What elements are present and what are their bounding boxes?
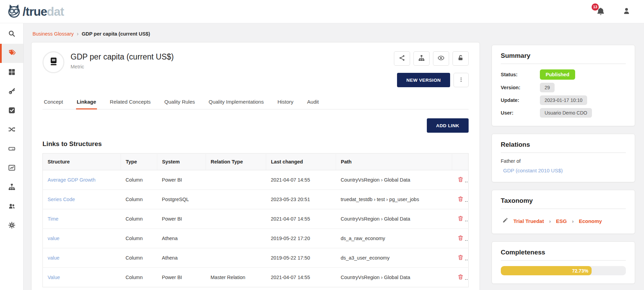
tab-audit[interactable]: Audit: [307, 95, 320, 109]
structure-link[interactable]: value: [48, 255, 60, 261]
sidebar-item-lineage[interactable]: [0, 120, 23, 140]
main-content: Business Glossary › GDP per capita (curr…: [24, 23, 644, 290]
breadcrumb-link-glossary[interactable]: Business Glossary: [33, 31, 74, 37]
links-section-title: Links to Structures: [42, 140, 469, 148]
tab-concept[interactable]: Concept: [43, 95, 64, 109]
lock-button[interactable]: [453, 51, 469, 66]
structure-link[interactable]: Time: [48, 216, 59, 222]
col-relation-type: Relation Type: [206, 154, 266, 170]
user-menu-button[interactable]: [622, 6, 631, 17]
version-label: Version:: [501, 85, 540, 90]
new-version-button[interactable]: NEW VERSION: [397, 73, 450, 87]
completeness-title: Completeness: [501, 249, 626, 261]
structure-link[interactable]: Series Code: [48, 197, 75, 202]
trash-icon: [457, 276, 464, 281]
book-icon: [48, 56, 59, 68]
notification-badge: 13: [592, 3, 599, 11]
edit-taxonomy-button[interactable]: [502, 217, 508, 225]
tab-quality-rules[interactable]: Quality Rules: [164, 95, 196, 109]
truedat-logo[interactable]: /truedat: [7, 3, 64, 20]
system-cell: Power BI: [157, 170, 206, 190]
summary-panel: Summary Status: Published Version: 29 Up…: [492, 45, 635, 126]
chart-line-icon: [8, 164, 16, 173]
tab-quality-implementations[interactable]: Quality Implementations: [208, 95, 264, 109]
trash-icon: [457, 179, 464, 184]
delete-link-button[interactable]: [457, 195, 465, 204]
type-cell: Column: [121, 248, 157, 268]
type-cell: Column: [121, 209, 157, 229]
relations-title: Relations: [501, 141, 626, 153]
last-changed-cell: 2023-05-23 20:51: [266, 190, 336, 209]
last-changed-cell: 2019-05-22 17:20: [266, 229, 336, 248]
add-link-button[interactable]: ADD LINK: [427, 118, 469, 133]
topbar-actions: 13: [596, 6, 634, 17]
delete-link-button[interactable]: [457, 234, 465, 243]
bell-icon: [596, 11, 605, 17]
relation-type-cell: [206, 209, 266, 229]
chevron-right-icon: ›: [572, 218, 574, 224]
col-structure: Structure: [43, 154, 121, 170]
structure-view-button[interactable]: [413, 51, 430, 66]
taxonomy-link-domain[interactable]: Trial Truedat: [513, 218, 544, 224]
type-cell: Column: [121, 170, 157, 190]
users-icon: [8, 202, 16, 211]
sidebar-item-glossary[interactable]: [0, 44, 23, 63]
status-label: Status:: [501, 72, 540, 77]
col-system: System: [157, 154, 206, 170]
sidebar-item-catalog[interactable]: [0, 178, 23, 197]
col-path: Path: [336, 154, 452, 170]
delete-link-button[interactable]: [457, 214, 465, 223]
tab-history[interactable]: History: [277, 95, 294, 109]
tags-icon: [8, 49, 16, 58]
taxonomy-link-area[interactable]: Economy: [579, 218, 602, 224]
trash-icon: [457, 218, 464, 223]
system-cell: Athena: [157, 229, 206, 248]
sidebar-item-data-sources[interactable]: [0, 140, 23, 159]
sidebar-item-quality[interactable]: [0, 101, 23, 120]
completeness-fill: 72.73%: [501, 266, 592, 275]
topbar: /truedat 13: [0, 0, 644, 23]
brand-text: /truedat: [23, 5, 64, 17]
delete-link-button[interactable]: [457, 175, 465, 184]
tab-related-concepts[interactable]: Related Concepts: [109, 95, 151, 109]
sidebar: [0, 23, 24, 290]
sidebar-item-users[interactable]: [0, 197, 23, 216]
structure-link[interactable]: Average GDP Growth: [48, 177, 96, 183]
version-badge: 29: [540, 83, 555, 92]
page-title: GDP per capita (current US$): [71, 52, 394, 62]
type-cell: Column: [121, 268, 157, 287]
system-cell: Power BI: [157, 268, 206, 287]
sidebar-item-permissions[interactable]: [0, 82, 23, 101]
path-cell: ds_a_raw_economy: [336, 229, 452, 248]
sitemap-icon: [8, 183, 16, 192]
watch-button[interactable]: [433, 51, 449, 66]
table-header-row: Structure Type System Relation Type Last…: [43, 154, 469, 170]
sidebar-item-settings[interactable]: [0, 216, 23, 235]
table-row: Average GDP Growth Column Power BI 2021-…: [43, 170, 469, 190]
col-last-changed: Last changed: [266, 154, 336, 170]
links-table: Structure Type System Relation Type Last…: [42, 153, 469, 287]
breadcrumb: Business Glossary › GDP per capita (curr…: [33, 31, 635, 37]
delete-link-button[interactable]: [457, 253, 465, 262]
system-cell: PostgreSQL: [157, 190, 206, 209]
sitemap-icon: [418, 54, 425, 63]
relation-link[interactable]: GDP (constant 2010 US$): [503, 168, 563, 173]
taxonomy-link-subdomain[interactable]: ESG: [556, 218, 567, 224]
more-options-button[interactable]: [454, 73, 469, 87]
structure-link[interactable]: Value: [48, 275, 60, 280]
sidebar-item-search[interactable]: [0, 25, 23, 44]
delete-link-button[interactable]: [457, 273, 465, 282]
right-sidebar: Summary Status: Published Version: 29 Up…: [492, 45, 635, 284]
tab-linkage[interactable]: Linkage: [76, 95, 97, 109]
share-button[interactable]: [394, 51, 410, 66]
sidebar-item-dashboard[interactable]: [0, 63, 23, 82]
update-badge: 2023-01-17 10:10: [540, 95, 587, 105]
path-cell: truedat_testdb › test › pg_user_jobs: [336, 190, 452, 209]
last-changed-cell: 2021-04-07 14:55: [266, 268, 336, 287]
type-cell: Column: [121, 190, 157, 209]
sidebar-item-analytics[interactable]: [0, 159, 23, 178]
structure-link[interactable]: value: [48, 236, 60, 241]
notifications-button[interactable]: 13: [596, 7, 606, 16]
update-label: Update:: [501, 97, 540, 103]
relation-type-cell: Master Relation: [206, 268, 266, 287]
